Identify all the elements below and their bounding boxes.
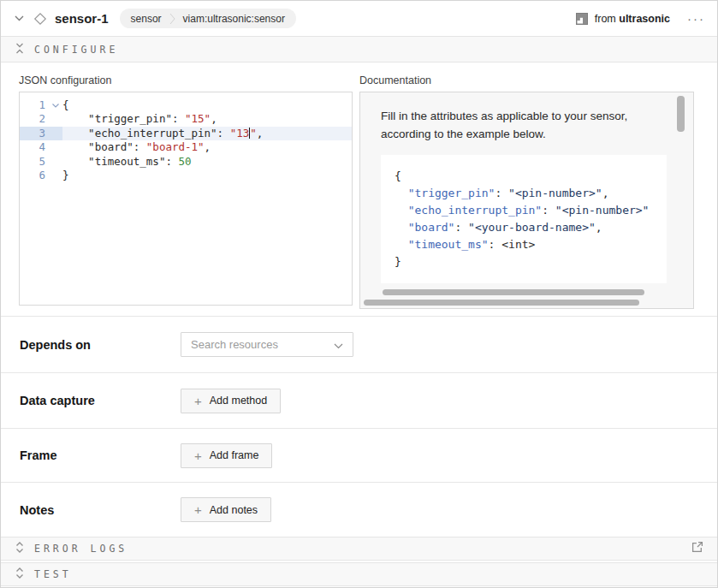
panel-horizontal-scrollbar[interactable] xyxy=(364,300,639,306)
documentation-text: Fill in the attributes as applicable to … xyxy=(381,107,663,143)
editor-line: 4 "board": "board-1", xyxy=(20,140,352,154)
component-name: sensor-1 xyxy=(55,11,109,26)
add-method-button[interactable]: + Add method xyxy=(181,389,281,413)
chevron-right-icon xyxy=(169,12,175,26)
fold-gutter xyxy=(49,169,62,182)
badge-model-label: viam:ultrasonic:sensor xyxy=(183,13,285,25)
documentation-column: Documentation Fill in the attributes as … xyxy=(359,74,694,316)
json-configuration-label: JSON configuration xyxy=(19,74,353,86)
code-line: "board": "board-1", xyxy=(62,140,352,154)
data-capture-row: Data capture + Add method xyxy=(1,372,717,428)
chevron-down-icon xyxy=(334,337,343,353)
component-card: sensor-1 sensor viam:ultrasonic:sensor f… xyxy=(0,0,718,588)
doc-code-line: } xyxy=(395,253,667,270)
from-module-label: from ultrasonic xyxy=(595,13,670,25)
code-line: "echo_interrupt_pin": "13", xyxy=(62,127,352,140)
vertical-scrollbar[interactable] xyxy=(677,96,685,132)
badge-type-label: sensor xyxy=(131,13,162,25)
code-line: "timeout_ms": 50 xyxy=(62,155,352,169)
component-header: sensor-1 sensor viam:ultrasonic:sensor f… xyxy=(1,1,717,36)
add-method-button-label: Add method xyxy=(210,395,267,407)
line-number: 2 xyxy=(20,112,49,126)
module-icon xyxy=(576,13,588,25)
test-section-title: TEST xyxy=(34,568,72,580)
doc-code-line: { xyxy=(395,168,667,185)
editor-line: 6 } xyxy=(20,169,352,182)
plus-icon: + xyxy=(194,395,202,407)
collapse-vertical-icon[interactable] xyxy=(15,42,24,57)
doc-code-line: "timeout_ms": <int> xyxy=(395,236,667,253)
expand-vertical-icon[interactable] xyxy=(15,567,24,582)
component-diamond-icon xyxy=(33,12,47,26)
line-number: 6 xyxy=(20,169,49,182)
data-capture-label: Data capture xyxy=(20,394,181,407)
fold-chevron-icon[interactable] xyxy=(49,98,62,112)
fold-gutter xyxy=(49,155,62,169)
json-editor[interactable]: 1 { 2 "trigger_pin": "15", 3 "echo_inter… xyxy=(19,92,353,306)
line-number: 5 xyxy=(20,155,49,169)
doc-code-block: { "trigger_pin": "<pin-number>", "echo_i… xyxy=(381,155,667,283)
test-section-header[interactable]: TEST xyxy=(1,562,717,586)
doc-code-line: "echo_interrupt_pin": "<pin-number>" xyxy=(395,202,667,219)
configure-body: JSON configuration 1 { 2 "trigger_pin": … xyxy=(1,62,717,316)
add-notes-button[interactable]: + Add notes xyxy=(181,497,271,522)
fold-gutter xyxy=(49,112,62,126)
notes-label: Notes xyxy=(20,503,181,517)
depends-on-placeholder: Search resources xyxy=(191,338,278,351)
line-number: 3 xyxy=(20,127,49,140)
add-frame-button[interactable]: + Add frame xyxy=(181,443,272,468)
fold-gutter xyxy=(49,140,62,154)
editor-line-active: 3 "echo_interrupt_pin": "13", xyxy=(20,127,352,140)
line-number: 4 xyxy=(20,140,49,154)
depends-on-select[interactable]: Search resources xyxy=(181,332,353,357)
component-type-badge: sensor viam:ultrasonic:sensor xyxy=(120,9,296,28)
expand-vertical-icon[interactable] xyxy=(15,541,24,556)
frame-row: Frame + Add frame xyxy=(1,428,717,482)
code-horizontal-scrollbar[interactable] xyxy=(383,289,644,295)
open-in-new-window-icon[interactable] xyxy=(691,541,703,556)
json-configuration-column: JSON configuration 1 { 2 "trigger_pin": … xyxy=(19,74,353,316)
configure-section-header[interactable]: CONFIGURE xyxy=(1,36,717,62)
error-logs-section-header[interactable]: ERROR LOGS xyxy=(1,537,717,561)
error-logs-section-title: ERROR LOGS xyxy=(34,543,128,555)
plus-icon: + xyxy=(194,449,202,462)
add-notes-button-label: Add notes xyxy=(210,504,258,516)
plus-icon: + xyxy=(194,503,202,516)
frame-label: Frame xyxy=(20,448,181,462)
line-number: 1 xyxy=(20,98,49,112)
add-frame-button-label: Add frame xyxy=(210,449,259,461)
notes-row: Notes + Add notes xyxy=(1,482,717,537)
documentation-panel: Fill in the attributes as applicable to … xyxy=(359,92,694,309)
documentation-label: Documentation xyxy=(359,74,694,86)
chevron-down-icon[interactable] xyxy=(15,15,24,21)
depends-on-label: Depends on xyxy=(20,338,181,352)
editor-line: 2 "trigger_pin": "15", xyxy=(20,112,352,126)
editor-line: 1 { xyxy=(20,98,352,112)
configure-section-title: CONFIGURE xyxy=(34,44,118,56)
editor-line: 5 "timeout_ms": 50 xyxy=(20,155,352,169)
doc-code-line: "trigger_pin": "<pin-number>", xyxy=(395,185,667,202)
code-line: } xyxy=(62,169,352,182)
depends-on-row: Depends on Search resources xyxy=(1,316,717,372)
fold-gutter xyxy=(49,127,62,140)
doc-code-line: "board": "<your-board-name>", xyxy=(395,219,667,236)
from-module-link[interactable]: from ultrasonic xyxy=(576,13,670,25)
code-line: { xyxy=(62,98,352,112)
code-line: "trigger_pin": "15", xyxy=(62,112,352,126)
more-menu-button[interactable]: ··· xyxy=(687,15,705,23)
